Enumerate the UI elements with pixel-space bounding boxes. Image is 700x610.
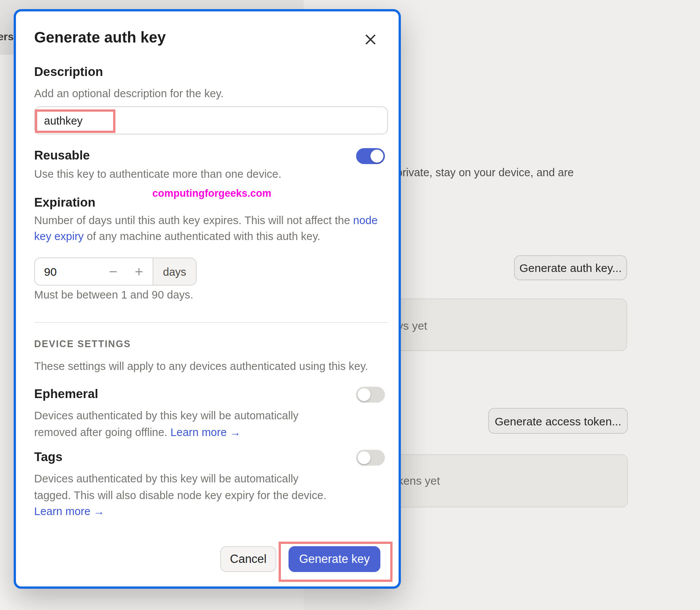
nav-text-fragment: ers: [0, 30, 14, 43]
close-button[interactable]: [361, 30, 380, 49]
cancel-button[interactable]: Cancel: [220, 546, 276, 572]
expiration-label: Expiration: [34, 195, 95, 210]
node-key-expiry-link[interactable]: node: [353, 214, 378, 226]
generate-auth-key-page-button[interactable]: Generate auth key...: [514, 255, 627, 280]
tags-helper-line2: tagged. This will also disable node key …: [34, 489, 326, 501]
ephemeral-helper-line2: removed after going offline.: [34, 426, 170, 438]
tags-toggle[interactable]: [356, 450, 385, 466]
node-key-expiry-link-continued[interactable]: key expiry: [34, 230, 84, 242]
description-label: Description: [34, 65, 103, 79]
tags-learn-more-link[interactable]: Learn more →: [34, 505, 104, 517]
tags-helper-line1: Devices authenticated by this key will b…: [34, 473, 298, 485]
ephemeral-toggle[interactable]: [356, 387, 385, 403]
dialog-title: Generate auth key: [34, 29, 166, 46]
generate-key-button[interactable]: Generate key: [289, 546, 380, 572]
toggle-knob: [358, 451, 370, 464]
expiration-helper-line2: key expiry of any machine authenticated …: [34, 230, 320, 242]
ephemeral-helper: Devices authenticated by this key will b…: [34, 408, 298, 441]
reusable-helper: Use this key to authenticate more than o…: [34, 168, 281, 180]
description-helper: Add an optional description for the key.: [34, 87, 224, 100]
section-divider: [34, 322, 388, 323]
expiration-helper-text: Number of days until this auth key expir…: [34, 214, 353, 226]
days-unit-label: days: [153, 258, 197, 286]
keys-page-description-fragment: private, stay on your device, and are: [396, 166, 574, 179]
expiration-helper-line1: Number of days until this auth key expir…: [34, 214, 378, 226]
expiration-helper-text2: of any machine authenticated with this a…: [84, 230, 320, 242]
reusable-toggle[interactable]: [356, 148, 385, 164]
device-settings-heading: DEVICE SETTINGS: [34, 339, 131, 349]
expiration-days-field: − +: [34, 258, 153, 286]
expiration-constraint: Must be between 1 and 90 days.: [34, 289, 193, 301]
generate-auth-key-dialog: Generate auth key Description Add an opt…: [14, 9, 401, 589]
tags-label: Tags: [34, 450, 63, 464]
ephemeral-learn-more-link[interactable]: Learn more →: [170, 426, 241, 438]
toggle-knob: [370, 150, 383, 163]
ephemeral-label: Ephemeral: [34, 387, 98, 401]
close-icon: [364, 33, 377, 46]
increment-button[interactable]: +: [129, 258, 149, 285]
screen: ers private, stay on your device, and ar…: [0, 0, 700, 610]
decrement-button[interactable]: −: [103, 258, 123, 285]
expiration-days-control: − + days: [34, 258, 197, 286]
tags-helper: Devices authenticated by this key will b…: [34, 471, 326, 520]
reusable-label: Reusable: [34, 148, 90, 163]
description-input[interactable]: [34, 106, 388, 134]
toggle-knob: [358, 388, 370, 401]
watermark-text: computingforgeeks.com: [106, 188, 318, 199]
ephemeral-helper-line1: Devices authenticated by this key will b…: [34, 409, 298, 422]
generate-access-token-button[interactable]: Generate access token...: [488, 408, 628, 434]
device-settings-helper: These settings will apply to any devices…: [34, 360, 368, 372]
expiration-days-input[interactable]: [35, 258, 103, 285]
